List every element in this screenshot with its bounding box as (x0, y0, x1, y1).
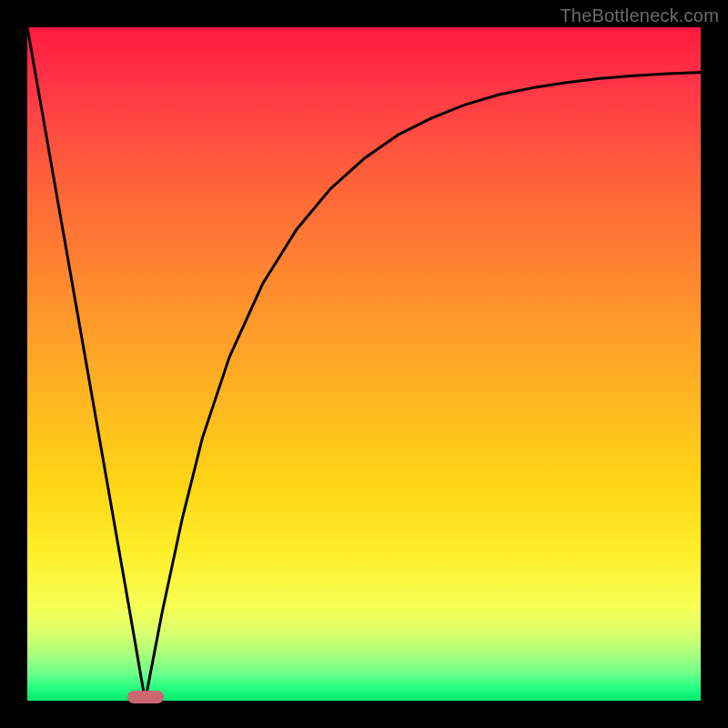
plot-area (27, 27, 701, 701)
optimal-marker-pill (127, 691, 164, 703)
bottleneck-curve (27, 27, 701, 701)
watermark-text: TheBottleneck.com (560, 5, 719, 26)
chart-frame: TheBottleneck.com (0, 0, 728, 728)
